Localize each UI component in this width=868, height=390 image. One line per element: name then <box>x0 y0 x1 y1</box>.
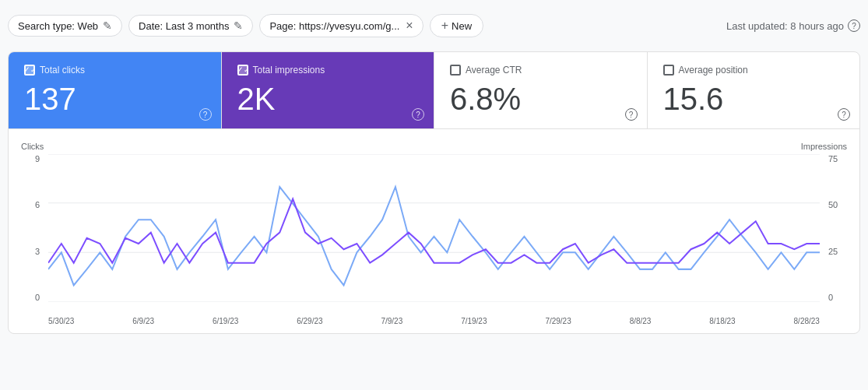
filter-page[interactable]: Page: https://yvesyu.com/g... × <box>259 14 423 37</box>
chart-area: Clicks Impressions 9 6 3 0 75 50 25 0 <box>9 129 859 333</box>
checkbox-icon: ✓ <box>24 65 35 76</box>
x-axis: 5/30/23 6/9/23 6/19/23 6/29/23 7/9/23 7/… <box>48 306 820 325</box>
metric-help[interactable]: ? <box>838 108 850 121</box>
chart-axis-labels: Clicks Impressions <box>21 142 847 151</box>
metric-avg-ctr[interactable]: Average CTR 6.8% ? <box>434 52 648 128</box>
y-axis-left: 9 6 3 0 <box>21 154 44 302</box>
metric-label: ✓ Total impressions <box>237 65 419 76</box>
edit-icon: ✎ <box>234 19 243 32</box>
help-icon[interactable]: ? <box>199 108 212 121</box>
left-axis-label: Clicks <box>21 142 44 151</box>
y-axis-right: 75 50 25 0 <box>824 154 847 302</box>
metric-total-impressions[interactable]: ✓ Total impressions 2K ? <box>222 52 435 128</box>
metric-help[interactable]: ? <box>625 108 638 121</box>
checkbox-icon: ✓ <box>237 65 248 76</box>
chart-container: 9 6 3 0 75 50 25 0 <box>21 154 847 325</box>
edit-icon: ✎ <box>103 19 112 32</box>
metrics-row: ✓ Total clicks 137 ? ✓ Total impressions… <box>9 52 859 129</box>
metric-label-text: Average CTR <box>466 65 522 76</box>
help-icon[interactable]: ? <box>848 19 860 32</box>
new-button-label: New <box>452 20 472 32</box>
metric-label: Average CTR <box>450 65 631 76</box>
filter-date[interactable]: Date: Last 3 months ✎ <box>128 15 253 37</box>
main-card: ✓ Total clicks 137 ? ✓ Total impressions… <box>8 51 860 334</box>
metric-value: 15.6 <box>663 82 845 116</box>
metric-avg-position[interactable]: Average position 15.6 ? <box>648 52 860 128</box>
metric-value: 2K <box>237 82 419 116</box>
checkbox-icon <box>450 65 461 76</box>
metric-label: ✓ Total clicks <box>24 65 206 76</box>
checkbox-icon <box>663 65 674 76</box>
metric-total-clicks[interactable]: ✓ Total clicks 137 ? <box>9 52 222 128</box>
filter-date-label: Date: Last 3 months <box>139 20 229 32</box>
metric-label: Average position <box>663 65 845 76</box>
metric-help[interactable]: ? <box>412 108 424 121</box>
metric-value: 6.8% <box>450 82 631 116</box>
new-button[interactable]: + New <box>430 14 483 37</box>
status-text: Last updated: 8 hours ago ? <box>726 19 860 32</box>
help-icon[interactable]: ? <box>838 108 850 121</box>
metric-value: 137 <box>24 82 206 116</box>
filter-search-type[interactable]: Search type: Web ✎ <box>8 15 122 37</box>
top-bar: Search type: Web ✎ Date: Last 3 months ✎… <box>8 8 860 44</box>
metric-label-text: Total impressions <box>253 65 325 76</box>
last-updated-label: Last updated: 8 hours ago <box>726 20 844 32</box>
metric-label-text: Average position <box>679 65 748 76</box>
metric-label-text: Total clicks <box>40 65 85 76</box>
filter-page-label: Page: https://yvesyu.com/g... <box>269 20 399 32</box>
chart-svg <box>48 154 820 302</box>
right-axis-label: Impressions <box>801 142 847 151</box>
filter-search-type-label: Search type: Web <box>18 20 98 32</box>
help-icon[interactable]: ? <box>625 108 638 121</box>
plus-icon: + <box>441 19 448 33</box>
help-icon[interactable]: ? <box>412 108 424 121</box>
close-icon[interactable]: × <box>406 19 413 33</box>
metric-help[interactable]: ? <box>199 108 212 121</box>
